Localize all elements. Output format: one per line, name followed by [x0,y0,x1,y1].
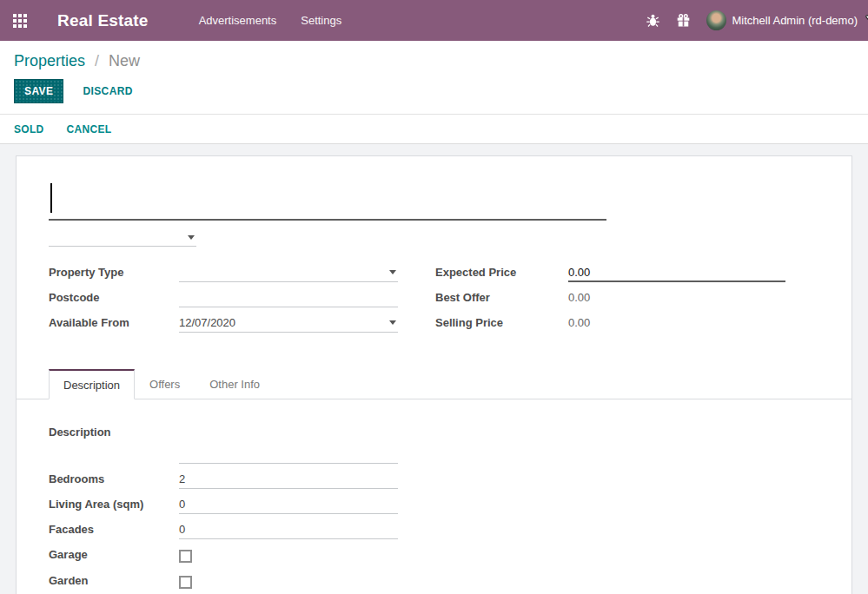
user-name: Mitchell Admin (rd-demo) [732,14,858,27]
field-row-postcode: Postcode [49,289,398,307]
action-bar: SAVE DISCARD [0,77,868,115]
tab-offers[interactable]: Offers [135,369,195,399]
user-avatar [706,10,726,30]
form-card: Property Type Postcode Available Fr [16,155,852,594]
menu-advertisements[interactable]: Advertisements [197,10,279,30]
garage-checkbox[interactable] [179,550,192,563]
right-field-column: Expected Price 0.00 Best Offer 0.00 Sell… [435,264,785,340]
breadcrumb: Properties / New [0,41,868,77]
description-label: Description [49,424,179,464]
description-textarea[interactable] [179,424,398,464]
field-row-facades: Facades 0 [49,521,398,539]
notebook-tabs: Description Offers Other Info [17,369,851,399]
garden-checkbox-cell [179,572,398,592]
tags-select[interactable] [49,228,196,247]
facades-input[interactable]: 0 [179,521,398,539]
field-columns: Property Type Postcode Available Fr [49,264,819,340]
facades-label: Facades [49,521,179,539]
form-sheet: Property Type Postcode Available Fr [17,156,851,594]
property-type-select[interactable] [179,264,398,282]
field-row-garden: Garden [49,572,398,592]
top-navbar: Real Estate Advertisements Settings Mitc… [0,0,868,41]
garden-checkbox[interactable] [179,576,192,589]
property-title-input[interactable] [49,178,606,221]
save-button[interactable]: SAVE [14,79,63,103]
bedrooms-label: Bedrooms [49,471,179,489]
best-offer-label: Best Offer [435,289,568,307]
field-row-best-offer: Best Offer 0.00 [435,289,785,307]
apps-menu-button[interactable] [0,0,40,41]
living-area-input[interactable]: 0 [179,496,398,514]
field-row-garage: Garage [49,546,398,566]
apps-grid-icon [13,14,27,28]
field-row-expected-price: Expected Price 0.00 [435,264,785,282]
breadcrumb-current: New [109,52,140,69]
debug-bug-icon[interactable] [646,13,660,28]
field-row-selling-price: Selling Price 0.00 [435,314,785,333]
field-row-available-from: Available From 12/07/2020 [49,314,398,333]
discard-button[interactable]: DISCARD [83,85,132,97]
breadcrumb-properties-link[interactable]: Properties [14,52,85,69]
field-row-property-type: Property Type [49,264,398,282]
chevron-down-icon [389,320,396,325]
field-row-description: Description [49,424,398,464]
content-area: Property Type Postcode Available Fr [0,144,868,594]
tab-description[interactable]: Description [49,369,135,399]
app-title: Real Estate [57,11,149,30]
navbar-right: Mitchell Admin (rd-demo) [646,10,858,30]
field-row-bedrooms: Bedrooms 2 [49,471,398,489]
user-menu[interactable]: Mitchell Admin (rd-demo) [706,10,858,30]
best-offer-value: 0.00 [568,289,785,307]
available-from-date-input[interactable]: 12/07/2020 [179,314,398,333]
postcode-label: Postcode [49,289,179,307]
garden-label: Garden [49,572,179,592]
living-area-label: Living Area (sqm) [49,496,179,514]
breadcrumb-separator: / [95,52,99,69]
left-field-column: Property Type Postcode Available Fr [49,264,398,340]
available-from-label: Available From [49,314,179,333]
text-cursor [50,183,52,213]
garage-checkbox-cell [179,546,398,566]
statusbar: SOLD CANCEL [0,115,868,144]
selling-price-value: 0.00 [568,314,785,333]
cancel-button[interactable]: CANCEL [67,123,112,135]
tab-other-info[interactable]: Other Info [195,369,275,399]
bedrooms-input[interactable]: 2 [179,471,398,489]
menu-settings[interactable]: Settings [299,10,343,30]
chevron-down-icon [389,270,396,274]
expected-price-input[interactable]: 0.00 [568,264,785,282]
garage-label: Garage [49,546,179,566]
selling-price-label: Selling Price [435,314,568,333]
sold-button[interactable]: SOLD [14,123,44,135]
description-tab-pane: Description Bedrooms 2 Living Area (sqm)… [49,399,819,594]
postcode-input[interactable] [179,289,398,307]
field-row-living-area: Living Area (sqm) 0 [49,496,398,514]
chevron-down-icon [188,235,195,240]
expected-price-label: Expected Price [435,264,568,282]
main-menu: Advertisements Settings [197,10,344,30]
property-type-label: Property Type [49,264,179,282]
gift-icon[interactable] [676,13,691,28]
